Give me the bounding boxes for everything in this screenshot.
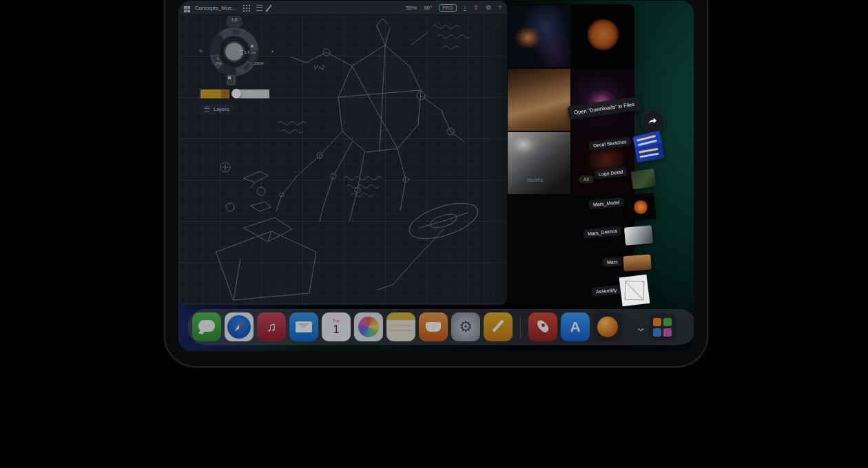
- drag-drop-layer: Open “Downloads” in Files Decal Sketches…: [178, 1, 694, 351]
- dragged-thumb-assembly[interactable]: [619, 275, 650, 307]
- forward-arrow-icon: [648, 116, 659, 127]
- ipad-screen: Concepts_blue... 59% 90° PRO ↓ ⇧ ⚙ ?: [178, 1, 694, 351]
- scene: Concepts_blue... 59% 90° PRO ↓ ⇧ ⚙ ?: [0, 0, 868, 468]
- dragged-thumb-logo-detail[interactable]: [630, 169, 656, 189]
- drag-forward-badge[interactable]: [641, 109, 665, 133]
- dragged-thumb-mars-deimos[interactable]: [624, 225, 653, 245]
- dragged-file-label[interactable]: Mars_Model: [589, 198, 624, 209]
- dragged-file-label[interactable]: Decal Sketches: [588, 136, 631, 150]
- ipad-device: Concepts_blue... 59% 90° PRO ↓ ⇧ ⚙ ?: [164, 0, 708, 368]
- drop-target-banner: Open “Downloads” in Files: [567, 96, 641, 120]
- dragged-file-label[interactable]: Assembly: [592, 285, 621, 297]
- dragged-thumb-mars-model[interactable]: [625, 193, 657, 222]
- dragged-thumb-mars[interactable]: [623, 255, 651, 272]
- dragged-file-label[interactable]: Mars: [603, 257, 622, 267]
- dragged-thumb-decal-sketches[interactable]: [632, 132, 665, 164]
- dragged-file-label[interactable]: Mars_Deimos: [583, 226, 621, 239]
- dragged-file-label[interactable]: Logo Detail: [594, 167, 628, 180]
